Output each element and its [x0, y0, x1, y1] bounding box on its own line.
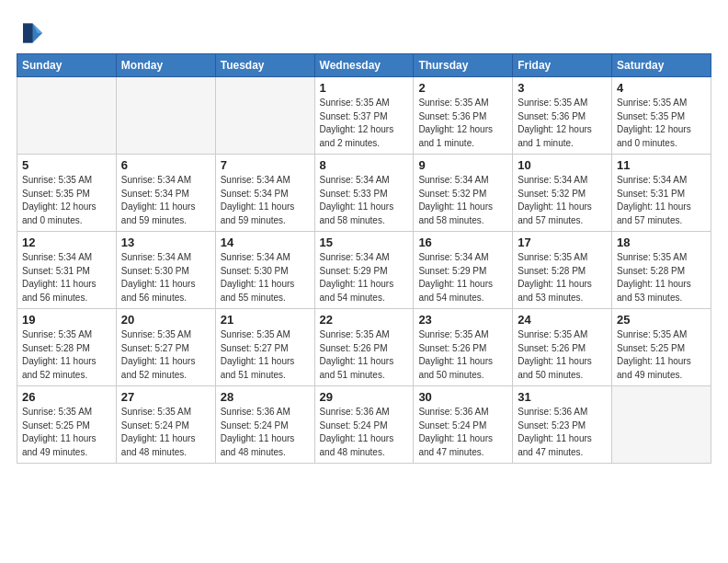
weekday-header-saturday: Saturday	[612, 54, 711, 77]
svg-marker-1	[23, 24, 33, 43]
calendar-cell: 4Sunrise: 5:35 AM Sunset: 5:35 PM Daylig…	[612, 77, 711, 155]
day-info: Sunrise: 5:35 AM Sunset: 5:25 PM Dayligh…	[22, 406, 111, 459]
day-info: Sunrise: 5:36 AM Sunset: 5:24 PM Dayligh…	[418, 406, 507, 459]
calendar-cell: 1Sunrise: 5:35 AM Sunset: 5:37 PM Daylig…	[314, 77, 414, 155]
day-info: Sunrise: 5:34 AM Sunset: 5:29 PM Dayligh…	[320, 251, 409, 304]
day-number: 11	[617, 158, 706, 172]
day-number: 7	[221, 158, 310, 172]
day-number: 22	[320, 313, 409, 327]
calendar-cell	[215, 77, 314, 155]
calendar-week-row: 5Sunrise: 5:35 AM Sunset: 5:35 PM Daylig…	[17, 155, 711, 232]
weekday-header-tuesday: Tuesday	[215, 54, 314, 77]
day-info: Sunrise: 5:35 AM Sunset: 5:26 PM Dayligh…	[418, 328, 507, 382]
calendar-cell: 15Sunrise: 5:34 AM Sunset: 5:29 PM Dayli…	[314, 232, 414, 309]
day-number: 19	[22, 313, 111, 327]
day-number: 17	[518, 236, 607, 249]
day-info: Sunrise: 5:35 AM Sunset: 5:28 PM Dayligh…	[617, 251, 706, 304]
calendar-cell	[116, 77, 215, 155]
day-number: 27	[121, 390, 210, 404]
day-number: 31	[518, 390, 607, 404]
weekday-header-friday: Friday	[513, 54, 612, 77]
calendar-cell: 14Sunrise: 5:34 AM Sunset: 5:30 PM Dayli…	[215, 232, 314, 309]
day-info: Sunrise: 5:35 AM Sunset: 5:26 PM Dayligh…	[518, 328, 607, 382]
day-number: 28	[221, 390, 310, 404]
day-number: 14	[221, 236, 310, 249]
calendar-cell: 5Sunrise: 5:35 AM Sunset: 5:35 PM Daylig…	[17, 155, 117, 232]
day-info: Sunrise: 5:35 AM Sunset: 5:28 PM Dayligh…	[518, 251, 607, 304]
calendar-cell: 29Sunrise: 5:36 AM Sunset: 5:24 PM Dayli…	[314, 386, 414, 464]
day-info: Sunrise: 5:34 AM Sunset: 5:34 PM Dayligh…	[121, 174, 210, 227]
day-info: Sunrise: 5:36 AM Sunset: 5:24 PM Dayligh…	[221, 406, 310, 459]
day-number: 26	[22, 390, 111, 404]
day-info: Sunrise: 5:35 AM Sunset: 5:28 PM Dayligh…	[22, 328, 111, 382]
day-number: 5	[22, 158, 111, 172]
calendar-cell: 21Sunrise: 5:35 AM Sunset: 5:27 PM Dayli…	[215, 309, 314, 386]
day-number: 25	[617, 313, 706, 327]
header	[17, 17, 711, 46]
day-info: Sunrise: 5:34 AM Sunset: 5:29 PM Dayligh…	[418, 251, 507, 304]
day-info: Sunrise: 5:35 AM Sunset: 5:27 PM Dayligh…	[121, 328, 210, 382]
day-number: 16	[418, 236, 507, 249]
weekday-header-sunday: Sunday	[17, 54, 117, 77]
calendar-week-row: 26Sunrise: 5:35 AM Sunset: 5:25 PM Dayli…	[17, 386, 711, 464]
calendar-cell: 2Sunrise: 5:35 AM Sunset: 5:36 PM Daylig…	[414, 77, 513, 155]
day-info: Sunrise: 5:36 AM Sunset: 5:24 PM Dayligh…	[320, 406, 409, 459]
calendar-cell: 6Sunrise: 5:34 AM Sunset: 5:34 PM Daylig…	[116, 155, 215, 232]
calendar-cell: 17Sunrise: 5:35 AM Sunset: 5:28 PM Dayli…	[513, 232, 612, 309]
calendar-table: SundayMondayTuesdayWednesdayThursdayFrid…	[17, 53, 711, 464]
day-number: 30	[418, 390, 507, 404]
calendar-cell: 12Sunrise: 5:34 AM Sunset: 5:31 PM Dayli…	[17, 232, 117, 309]
calendar-cell: 3Sunrise: 5:35 AM Sunset: 5:36 PM Daylig…	[513, 77, 612, 155]
calendar-cell: 8Sunrise: 5:34 AM Sunset: 5:33 PM Daylig…	[314, 155, 414, 232]
calendar-cell	[17, 77, 117, 155]
calendar-week-row: 12Sunrise: 5:34 AM Sunset: 5:31 PM Dayli…	[17, 232, 711, 309]
day-info: Sunrise: 5:35 AM Sunset: 5:27 PM Dayligh…	[221, 328, 310, 382]
day-info: Sunrise: 5:35 AM Sunset: 5:36 PM Dayligh…	[418, 97, 507, 150]
day-info: Sunrise: 5:35 AM Sunset: 5:26 PM Dayligh…	[320, 328, 409, 382]
calendar-week-row: 19Sunrise: 5:35 AM Sunset: 5:28 PM Dayli…	[17, 309, 711, 386]
day-info: Sunrise: 5:35 AM Sunset: 5:35 PM Dayligh…	[617, 97, 706, 150]
logo	[17, 20, 46, 46]
logo-icon	[17, 20, 42, 46]
day-number: 4	[617, 81, 706, 95]
day-info: Sunrise: 5:36 AM Sunset: 5:23 PM Dayligh…	[518, 406, 607, 459]
day-number: 12	[22, 236, 111, 249]
day-number: 13	[121, 236, 210, 249]
weekday-header-thursday: Thursday	[414, 54, 513, 77]
calendar-cell: 11Sunrise: 5:34 AM Sunset: 5:31 PM Dayli…	[612, 155, 711, 232]
day-info: Sunrise: 5:34 AM Sunset: 5:33 PM Dayligh…	[320, 174, 409, 227]
calendar-cell: 25Sunrise: 5:35 AM Sunset: 5:25 PM Dayli…	[612, 309, 711, 386]
day-info: Sunrise: 5:35 AM Sunset: 5:35 PM Dayligh…	[22, 174, 111, 227]
day-info: Sunrise: 5:34 AM Sunset: 5:31 PM Dayligh…	[22, 251, 111, 304]
day-number: 20	[121, 313, 210, 327]
day-info: Sunrise: 5:35 AM Sunset: 5:37 PM Dayligh…	[320, 97, 409, 150]
day-number: 23	[418, 313, 507, 327]
calendar-cell: 24Sunrise: 5:35 AM Sunset: 5:26 PM Dayli…	[513, 309, 612, 386]
day-info: Sunrise: 5:34 AM Sunset: 5:30 PM Dayligh…	[221, 251, 310, 304]
day-info: Sunrise: 5:34 AM Sunset: 5:32 PM Dayligh…	[518, 174, 607, 227]
day-number: 9	[418, 158, 507, 172]
day-info: Sunrise: 5:34 AM Sunset: 5:30 PM Dayligh…	[121, 251, 210, 304]
calendar-cell: 16Sunrise: 5:34 AM Sunset: 5:29 PM Dayli…	[414, 232, 513, 309]
calendar-cell: 13Sunrise: 5:34 AM Sunset: 5:30 PM Dayli…	[116, 232, 215, 309]
day-info: Sunrise: 5:35 AM Sunset: 5:36 PM Dayligh…	[518, 97, 607, 150]
calendar-cell: 18Sunrise: 5:35 AM Sunset: 5:28 PM Dayli…	[612, 232, 711, 309]
calendar-cell: 27Sunrise: 5:35 AM Sunset: 5:24 PM Dayli…	[116, 386, 215, 464]
calendar-cell: 26Sunrise: 5:35 AM Sunset: 5:25 PM Dayli…	[17, 386, 117, 464]
calendar-cell	[612, 386, 711, 464]
calendar-cell: 10Sunrise: 5:34 AM Sunset: 5:32 PM Dayli…	[513, 155, 612, 232]
day-number: 6	[121, 158, 210, 172]
calendar-cell: 31Sunrise: 5:36 AM Sunset: 5:23 PM Dayli…	[513, 386, 612, 464]
weekday-header-row: SundayMondayTuesdayWednesdayThursdayFrid…	[17, 54, 711, 77]
page: SundayMondayTuesdayWednesdayThursdayFrid…	[0, 0, 728, 563]
calendar-cell: 7Sunrise: 5:34 AM Sunset: 5:34 PM Daylig…	[215, 155, 314, 232]
day-number: 21	[221, 313, 310, 327]
day-number: 10	[518, 158, 607, 172]
calendar-cell: 30Sunrise: 5:36 AM Sunset: 5:24 PM Dayli…	[414, 386, 513, 464]
day-number: 1	[320, 81, 409, 95]
calendar-cell: 28Sunrise: 5:36 AM Sunset: 5:24 PM Dayli…	[215, 386, 314, 464]
calendar-cell: 23Sunrise: 5:35 AM Sunset: 5:26 PM Dayli…	[414, 309, 513, 386]
day-info: Sunrise: 5:34 AM Sunset: 5:34 PM Dayligh…	[221, 174, 310, 227]
day-number: 3	[518, 81, 607, 95]
day-number: 24	[518, 313, 607, 327]
